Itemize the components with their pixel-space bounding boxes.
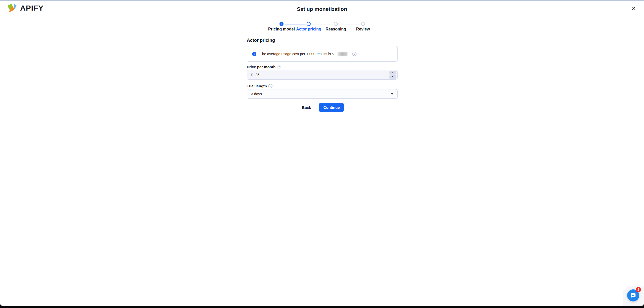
number-stepper: ▲ ▼: [389, 71, 396, 79]
help-icon[interactable]: ?: [352, 52, 356, 56]
notification-badge[interactable]: 1: [636, 287, 641, 292]
stepper-connector: [339, 24, 360, 25]
help-icon[interactable]: ?: [277, 65, 281, 69]
window-chrome-strip: [0, 0, 644, 1]
monetization-modal: APIFY Set up monetization ✕ ✓ Pricing mo…: [0, 1, 644, 306]
close-icon[interactable]: ✕: [629, 4, 638, 13]
info-banner-text: The average usage cost per 1,000 results…: [260, 52, 334, 56]
average-cost-info-banner: i The average usage cost per 1,000 resul…: [247, 46, 398, 62]
modal-title: Set up monetization: [0, 6, 644, 12]
continue-button[interactable]: Continue: [319, 103, 344, 112]
trial-length-label: Trial length ?: [247, 84, 272, 88]
spinner-down-icon[interactable]: ▼: [389, 75, 396, 79]
price-input-group: $ ▲ ▼: [247, 70, 398, 80]
info-icon: i: [252, 52, 256, 56]
step-label-review[interactable]: Review: [343, 27, 383, 31]
trial-length-label-text: Trial length: [247, 84, 267, 88]
step-actor-pricing-circle[interactable]: [307, 22, 311, 26]
chat-bubble-icon: [630, 292, 636, 299]
price-per-month-label: Price per month ?: [247, 65, 281, 69]
price-per-month-label-text: Price per month: [247, 65, 275, 69]
trial-length-selected-value: 3 days: [251, 92, 391, 96]
redacted-value: [338, 52, 347, 56]
step-pricing-model-check-icon[interactable]: ✓: [279, 22, 284, 26]
price-per-month-input[interactable]: [255, 73, 389, 77]
form-actions: Back Continue: [247, 103, 398, 112]
trial-length-select[interactable]: 3 days: [247, 89, 398, 99]
stepper-connector: [312, 24, 333, 25]
help-icon[interactable]: ?: [268, 84, 272, 88]
step-reasoning-circle[interactable]: [334, 22, 338, 26]
page-title: Actor pricing: [247, 38, 275, 43]
chevron-down-icon: [391, 93, 393, 95]
back-button[interactable]: Back: [301, 105, 313, 110]
step-review-circle[interactable]: [361, 22, 365, 26]
currency-prefix: $: [251, 73, 253, 77]
spinner-up-icon[interactable]: ▲: [389, 71, 396, 75]
stepper-connector-done: [285, 24, 306, 25]
